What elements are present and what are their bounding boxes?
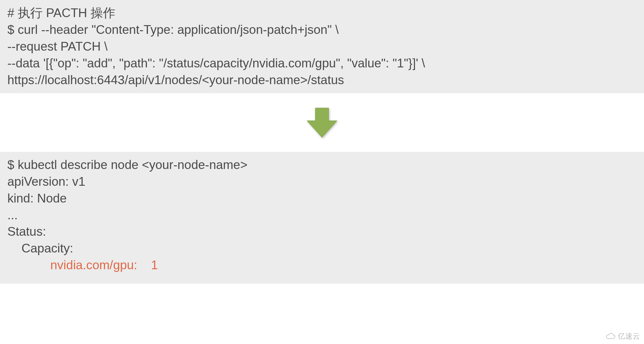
- arrow-container: [0, 93, 644, 152]
- code-data-payload: --data '[{"op": "add", "path": "/status/…: [7, 55, 637, 72]
- code-block-describe: $ kubectl describe node <your-node-name>…: [0, 152, 644, 284]
- code-request-method: --request PATCH \: [7, 38, 637, 55]
- arrow-down-icon: [304, 104, 340, 141]
- code-ellipsis: ...: [7, 207, 637, 224]
- watermark-text: 亿速云: [618, 331, 640, 341]
- code-status: Status:: [7, 223, 637, 240]
- code-gpu-capacity: nvidia.com/gpu: 1: [7, 257, 637, 274]
- code-comment: # 执行 PACTH 操作: [7, 5, 637, 21]
- code-curl-header: $ curl --header "Content-Type: applicati…: [7, 21, 637, 38]
- code-url: https://localhost:6443/api/v1/nodes/<you…: [7, 72, 637, 89]
- gpu-key: nvidia.com/gpu:: [50, 258, 137, 272]
- code-kubectl-cmd: $ kubectl describe node <your-node-name>: [7, 157, 637, 173]
- gpu-value: [137, 258, 151, 272]
- code-block-patch: # 执行 PACTH 操作 $ curl --header "Content-T…: [0, 0, 644, 93]
- code-apiversion: apiVersion: v1: [7, 173, 637, 190]
- watermark: 亿速云: [606, 331, 640, 341]
- gpu-number: 1: [151, 258, 158, 272]
- cloud-icon: [606, 333, 616, 340]
- code-capacity: Capacity:: [7, 240, 637, 257]
- code-kind: kind: Node: [7, 190, 637, 207]
